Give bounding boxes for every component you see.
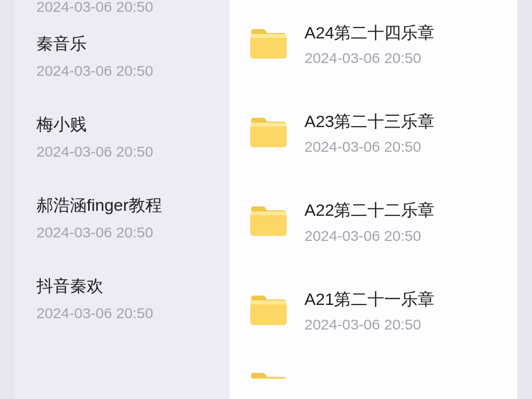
folder-icon <box>249 296 288 326</box>
folder-icon <box>249 373 288 379</box>
item-date: 2024-03-06 20:50 <box>36 62 220 80</box>
item-title: 抖音秦欢 <box>36 275 220 298</box>
item-date: 2024-03-06 20:50 <box>36 304 220 322</box>
file-browser: 2024-03-06 20:50 秦音乐 2024-03-06 20:50 梅小… <box>0 0 532 399</box>
folder-date: 2024-03-06 20:50 <box>304 49 502 67</box>
list-item[interactable]: 郝浩涵finger教程 2024-03-06 20:50 <box>34 177 230 258</box>
folder-item[interactable]: A23第二十三乐章 2024-03-06 20:50 <box>230 89 517 177</box>
folder-title: A22第二十二乐章 <box>304 199 502 221</box>
folder-text: A22第二十二乐章 2024-03-06 20:50 <box>304 199 502 244</box>
folder-item[interactable]: A24第二十四乐章 2024-03-06 20:50 <box>230 0 517 89</box>
folder-title: A24第二十四乐章 <box>304 22 502 43</box>
item-title: 郝浩涵finger教程 <box>36 194 220 217</box>
folder-title: A23第二十三乐章 <box>304 110 502 132</box>
folder-item[interactable] <box>230 355 517 379</box>
item-date: 2024-03-06 20:50 <box>36 143 220 161</box>
folder-icon <box>249 118 288 148</box>
item-title: 梅小贱 <box>36 113 220 136</box>
item-date: 2024-03-06 20:50 <box>36 0 220 16</box>
folder-icon <box>249 29 288 60</box>
folder-date: 2024-03-06 20:50 <box>304 227 502 245</box>
svg-rect-4 <box>250 378 287 379</box>
folder-list: A24第二十四乐章 2024-03-06 20:50 A23第二十三乐章 202… <box>230 0 517 399</box>
folder-item[interactable]: A22第二十二乐章 2024-03-06 20:50 <box>230 177 517 266</box>
list-item[interactable]: 抖音秦欢 2024-03-06 20:50 <box>34 258 230 339</box>
list-item[interactable]: 2024-03-06 20:50 <box>34 0 230 16</box>
folder-title: A21第二十一乐章 <box>304 288 502 310</box>
sidebar-list: 2024-03-06 20:50 秦音乐 2024-03-06 20:50 梅小… <box>15 0 230 399</box>
folder-date: 2024-03-06 20:50 <box>304 138 502 156</box>
item-title: 秦音乐 <box>36 33 220 55</box>
item-date: 2024-03-06 20:50 <box>36 224 220 241</box>
folder-date: 2024-03-06 20:50 <box>304 316 502 333</box>
folder-item[interactable]: A21第二十一乐章 2024-03-06 20:50 <box>230 266 517 355</box>
folder-icon <box>249 206 288 237</box>
folder-text: A24第二十四乐章 2024-03-06 20:50 <box>304 22 502 67</box>
list-item[interactable]: 秦音乐 2024-03-06 20:50 <box>34 16 230 97</box>
list-item[interactable]: 梅小贱 2024-03-06 20:50 <box>34 97 230 177</box>
folder-text: A21第二十一乐章 2024-03-06 20:50 <box>304 288 502 333</box>
folder-text: A23第二十三乐章 2024-03-06 20:50 <box>304 110 502 156</box>
